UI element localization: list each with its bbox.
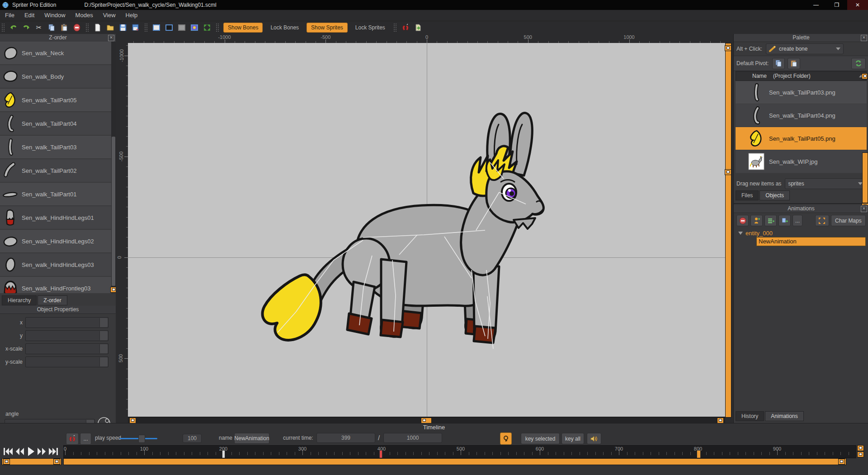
- close-icon[interactable]: ✕: [108, 35, 114, 41]
- toolbar-grip[interactable]: [1, 23, 5, 32]
- keyframe-marker[interactable]: [697, 450, 701, 458]
- total-time-input[interactable]: 1000: [383, 433, 442, 443]
- drag-new-items-dropdown[interactable]: sprites: [785, 178, 866, 189]
- menu-item[interactable]: Window: [39, 10, 70, 21]
- file-item[interactable]: Sen_walk_WIP.jpg: [736, 150, 867, 173]
- play-speed-slider-handle[interactable]: [138, 435, 145, 443]
- menu-item[interactable]: Edit: [19, 10, 39, 21]
- copy-pivot-button[interactable]: [772, 58, 785, 69]
- animation-item-selected[interactable]: NewAnimation: [756, 237, 866, 246]
- file-item[interactable]: Sen_walk_TailPart05.png: [736, 127, 867, 150]
- close-icon[interactable]: ✕: [861, 206, 867, 212]
- menu-item[interactable]: Modes: [71, 10, 98, 21]
- zorder-item[interactable]: Sen_walk_HindHindLegs01: [0, 206, 111, 230]
- duplicate-animation-button[interactable]: [778, 215, 791, 226]
- toolbar-grip[interactable]: [144, 23, 148, 32]
- zorder-scrollbar[interactable]: [111, 42, 116, 293]
- minimize-button[interactable]: —: [806, 0, 826, 10]
- name-column-header[interactable]: Name: [752, 73, 767, 79]
- scrollbar-handle[interactable]: [862, 73, 868, 79]
- tree-expand-icon[interactable]: [738, 232, 743, 235]
- view-window-dark-button[interactable]: [164, 22, 175, 33]
- entity-row[interactable]: entity_000: [734, 228, 868, 237]
- sound-magnet-button[interactable]: [66, 433, 79, 445]
- spinner-button[interactable]: [99, 344, 108, 353]
- menu-item[interactable]: Help: [121, 10, 143, 21]
- palette-tab[interactable]: Objects: [760, 190, 790, 200]
- refresh-button[interactable]: [851, 58, 866, 69]
- menu-item[interactable]: File: [0, 10, 19, 21]
- play-speed-value[interactable]: 100: [183, 434, 202, 443]
- zorder-item[interactable]: Sen_walk_TailPart04: [0, 112, 111, 136]
- playhead-marker[interactable]: [379, 450, 382, 458]
- add-entity-button[interactable]: [750, 215, 763, 226]
- auto-key-button[interactable]: [500, 432, 512, 445]
- undo-button[interactable]: [8, 22, 19, 33]
- left-panel-tab[interactable]: Hierarchy: [2, 295, 37, 305]
- scrollbar-handle[interactable]: [3, 459, 10, 465]
- file-item[interactable]: Sen_walk_TailPart03.png: [736, 81, 867, 104]
- toolbar-grip[interactable]: [85, 23, 89, 32]
- view-window-color-button[interactable]: [189, 22, 200, 33]
- entity-name[interactable]: entity_000: [745, 230, 773, 237]
- scrollbar-handle[interactable]: [838, 459, 845, 465]
- scroll-up-button[interactable]: [857, 445, 864, 451]
- delete-button[interactable]: [71, 22, 82, 33]
- zorder-item[interactable]: Sen_walk_HindFrontleg03: [0, 277, 111, 293]
- property-input[interactable]: [25, 356, 108, 367]
- import-button[interactable]: [413, 22, 424, 33]
- canvas-vertical-scrollbar[interactable]: [725, 43, 731, 418]
- scrollbar-handle[interactable]: [53, 459, 60, 465]
- palette-tab[interactable]: Files: [736, 190, 759, 200]
- zorder-item[interactable]: Sen_walk_HindHindLegs02: [0, 230, 111, 253]
- canvas-viewport[interactable]: [128, 43, 725, 417]
- show-bones-toggle[interactable]: Show Bones: [223, 23, 263, 33]
- zorder-item[interactable]: Sen_walk_HindHindLegs03: [0, 253, 111, 277]
- scroll-down-button[interactable]: [857, 451, 864, 457]
- animation-name-button[interactable]: NewAnimation: [234, 433, 269, 444]
- right-panel-tab[interactable]: Animations: [765, 411, 803, 421]
- next-frame-button[interactable]: [37, 446, 47, 456]
- sound-button[interactable]: [587, 433, 601, 444]
- file-list-header[interactable]: Name (Project Folder): [736, 71, 867, 81]
- close-button[interactable]: ✕: [847, 0, 868, 10]
- zorder-item[interactable]: Sen_walk_TailPart05: [0, 89, 111, 112]
- show-sprites-toggle[interactable]: Show Sprites: [307, 23, 348, 33]
- close-icon[interactable]: ✕: [861, 35, 867, 41]
- paste-pivot-button[interactable]: [788, 58, 800, 69]
- property-input[interactable]: [25, 343, 108, 354]
- redo-button[interactable]: [21, 22, 32, 33]
- lock-sprites-toggle[interactable]: Lock Sprites: [351, 23, 389, 32]
- playback-scrollbar[interactable]: [2, 458, 61, 465]
- timeline-ruler[interactable]: 0100200300400500600700800900: [63, 445, 856, 458]
- canvas-horizontal-scrollbar[interactable]: [128, 417, 725, 423]
- spinner-button[interactable]: [99, 318, 108, 327]
- skip-to-start-button[interactable]: [3, 446, 14, 456]
- current-time-input[interactable]: 399: [316, 433, 375, 443]
- scrollbar-thumb[interactable]: [112, 137, 115, 286]
- open-folder-button[interactable]: [105, 22, 116, 33]
- maximize-button[interactable]: ❐: [826, 0, 847, 10]
- fit-view-button[interactable]: [202, 22, 212, 33]
- canvas-character-donkey[interactable]: [128, 43, 725, 417]
- play-button[interactable]: [26, 446, 35, 457]
- toolbar-grip[interactable]: [216, 23, 219, 32]
- timeline-scroll-buttons[interactable]: [857, 445, 864, 457]
- scrollbar-handle[interactable]: [725, 169, 731, 175]
- delete-animation-button[interactable]: [736, 215, 749, 226]
- paste-button[interactable]: [59, 22, 70, 33]
- skip-to-end-button[interactable]: [48, 446, 59, 456]
- file-item[interactable]: Sen_walk_TailPart04.png: [736, 104, 867, 127]
- menu-item[interactable]: View: [98, 10, 121, 21]
- add-animation-button[interactable]: [764, 215, 777, 226]
- sound-magnet-button[interactable]: [400, 22, 411, 33]
- view-window-gray-button[interactable]: [176, 22, 187, 33]
- zorder-item[interactable]: Sen_walk_TailPart03: [0, 136, 111, 159]
- save-button[interactable]: [118, 22, 128, 33]
- spinner-button[interactable]: [99, 331, 108, 340]
- more-options-button[interactable]: ...: [793, 215, 802, 226]
- file-list-scrollbar[interactable]: [862, 152, 868, 203]
- right-panel-tab[interactable]: History: [736, 411, 764, 421]
- spinner-button[interactable]: [99, 357, 108, 366]
- copy-button[interactable]: [46, 22, 57, 33]
